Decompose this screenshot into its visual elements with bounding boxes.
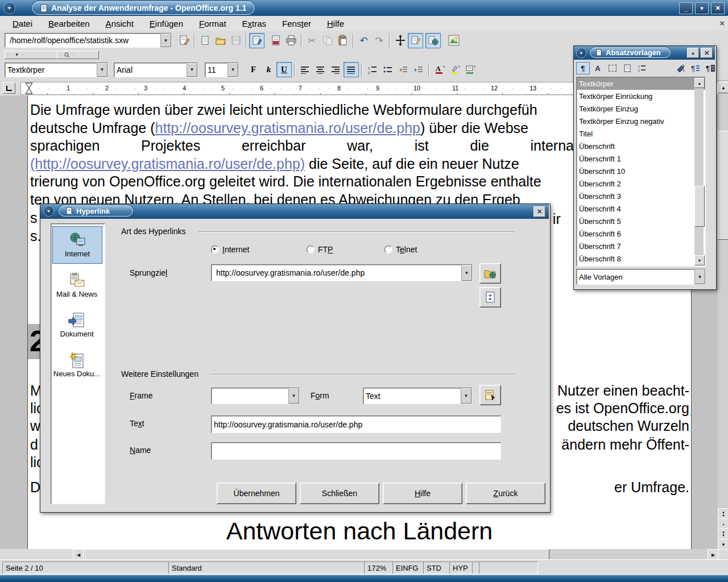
style-list-scrollbar[interactable]: ▲ ▼	[694, 78, 704, 264]
list-scroll-thumb[interactable]	[694, 186, 705, 227]
menu-bearbeiten[interactable]: Bearbeiten	[42, 18, 97, 30]
new-document-button[interactable]	[197, 33, 213, 48]
scroll-left-button[interactable]: ◀	[73, 549, 84, 560]
url-input[interactable]	[7, 35, 158, 46]
collapsed-toolbar-stub-2[interactable]: ∷ ∷	[57, 51, 99, 59]
menu-fenster[interactable]: Fenster	[275, 18, 318, 30]
stylist-dock-button[interactable]: ▲	[687, 48, 699, 58]
status-insert-mode[interactable]: EINFG	[392, 562, 427, 574]
radio-ftp[interactable]: FTP	[307, 245, 333, 254]
numbered-list-button[interactable]: 12	[365, 62, 380, 77]
hyperlink-dialog-button[interactable]	[425, 33, 441, 48]
collapsed-toolbar-stub-1[interactable]: ∷∷ ▼ ∷	[5, 51, 59, 59]
tab-type-selector[interactable]	[3, 82, 15, 94]
vertical-scroll-thumb[interactable]	[718, 131, 728, 240]
filter-dropdown-button[interactable]: ▼	[694, 269, 705, 284]
form-combobox[interactable]: Text ▼	[363, 388, 472, 404]
minimize-button[interactable]: _	[679, 2, 693, 14]
frame-combobox[interactable]: ▼	[211, 388, 300, 404]
bullet-list-button[interactable]	[380, 62, 395, 77]
zurueck-button[interactable]: Zurück	[466, 483, 545, 504]
decrease-indent-button[interactable]	[395, 62, 411, 77]
sidebar-item-dokument[interactable]: Dokument	[52, 307, 101, 343]
style-list-item[interactable]: Textkörper Einrückung	[577, 90, 705, 102]
sidebar-item-mail-news[interactable]: Mail & News	[52, 267, 101, 304]
paragraph-style-combobox[interactable]: Textkörper ▼	[5, 63, 108, 77]
dialog-menu-button[interactable]: ▼	[43, 206, 54, 217]
style-list-item[interactable]: Überschrift 4	[577, 202, 705, 215]
undo-button[interactable]: ↶	[356, 33, 371, 48]
navigation-dot-button[interactable]: •	[718, 518, 728, 530]
hyperlink-text[interactable]: (http://oosurvey.gratismania.ro/user/de.…	[30, 156, 305, 172]
text-fieldbox[interactable]	[211, 415, 501, 433]
sidebar-item-neues-dokument[interactable]: Neues Doku...	[52, 347, 101, 383]
font-name-combobox[interactable]: Arial ▼	[114, 63, 198, 77]
uebernehmen-button[interactable]: Übernehmen	[217, 483, 296, 504]
stylist-titlebar[interactable]: ▼ Absatzvorlagen ▲ ✕	[574, 46, 715, 60]
highlighting-button[interactable]	[447, 62, 462, 77]
status-zoom[interactable]: 172%	[364, 562, 396, 574]
form-events-button[interactable]	[479, 385, 501, 405]
print-button[interactable]	[283, 33, 299, 48]
stylist-menu-button[interactable]: ▼	[576, 48, 586, 58]
italic-button[interactable]: k	[261, 62, 276, 77]
hyperlink-dialog-titlebar[interactable]: ▼ Hyperlink ✕	[40, 204, 549, 219]
target-in-document-button[interactable]	[479, 287, 501, 307]
frame-styles-button[interactable]	[606, 62, 619, 74]
style-list-item[interactable]: Überschrift	[577, 140, 705, 152]
horizontal-scroll-thumb[interactable]	[83, 549, 549, 560]
scroll-right-button[interactable]: ▶	[708, 549, 719, 560]
size-dropdown-button[interactable]: ▼	[228, 63, 238, 77]
window-titlebar[interactable]: ▼ Analyse der Anwenderumfrage - OpenOffi…	[0, 0, 728, 16]
style-list-item[interactable]: Überschrift 1	[577, 152, 705, 165]
sprungziel-input[interactable]	[214, 266, 459, 280]
cut-button[interactable]: ✂	[304, 33, 320, 48]
gallery-button[interactable]	[445, 32, 462, 49]
style-list-item[interactable]: Überschrift 3	[577, 190, 705, 202]
schliessen-button[interactable]: Schließen	[300, 483, 379, 504]
sidebar-item-internet[interactable]: Internet	[52, 226, 102, 264]
menu-einfuegen[interactable]: Einfügen	[143, 18, 190, 30]
list-scroll-down-button[interactable]: ▼	[694, 255, 705, 265]
style-list-item[interactable]: Überschrift 8	[577, 252, 705, 265]
maximize-button[interactable]: ▼	[695, 2, 709, 14]
window-menu-button[interactable]: ▼	[3, 2, 15, 14]
text-input[interactable]	[212, 416, 505, 433]
paragraph-styles-button[interactable]: ¶	[576, 62, 590, 74]
status-selection-mode[interactable]: STD	[423, 562, 453, 574]
numbering-styles-button[interactable]: 12	[635, 62, 649, 74]
hyperlink-text[interactable]: http://oosurvey.gratismania.ro/user/de.p…	[155, 120, 420, 136]
align-left-button[interactable]	[297, 62, 313, 77]
style-list-item[interactable]: Textkörper Einzug	[577, 102, 705, 115]
menu-extras[interactable]: Extras	[235, 18, 274, 30]
font-dropdown-button[interactable]: ▼	[187, 63, 197, 77]
menu-datei[interactable]: Datei	[6, 18, 39, 30]
export-pdf-button[interactable]	[268, 33, 283, 48]
page-styles-button[interactable]	[621, 62, 634, 74]
next-page-button[interactable]: ▼▼	[718, 529, 728, 540]
font-color-button[interactable]: A	[432, 62, 447, 77]
frame-dropdown-button[interactable]: ▼	[288, 388, 299, 404]
stylist-button[interactable]	[408, 33, 423, 48]
menu-hilfe[interactable]: Hilfe	[320, 18, 351, 30]
name-fieldbox[interactable]	[211, 442, 501, 460]
style-dropdown-button[interactable]: ▼	[97, 63, 107, 77]
style-filter-combobox[interactable]: Alle Vorlagen ▼	[576, 269, 706, 285]
form-dropdown-button[interactable]: ▼	[461, 388, 471, 404]
style-list-item[interactable]: Titel	[577, 127, 705, 140]
horizontal-scrollbar[interactable]: ◀ ▶	[73, 549, 718, 559]
save-document-button[interactable]	[228, 33, 243, 48]
scroll-up-button[interactable]: ▲	[718, 82, 728, 93]
update-style-button[interactable]: ¶	[704, 62, 717, 74]
increase-indent-button[interactable]	[411, 62, 426, 77]
menu-format[interactable]: Format	[192, 18, 233, 30]
url-combobox[interactable]: ▼	[5, 33, 172, 48]
style-list-item[interactable]: Überschrift 5	[577, 215, 705, 227]
radio-internet[interactable]: Internet	[211, 245, 249, 254]
browse-web-button[interactable]	[479, 263, 501, 284]
status-page-style[interactable]: Standard	[168, 562, 367, 574]
style-list-item[interactable]: Überschrift 2	[577, 177, 705, 190]
stylist-close-button[interactable]: ✕	[701, 48, 713, 58]
style-list[interactable]: Textkörper Textkörper Einrückung Textkör…	[576, 77, 706, 267]
radio-telnet[interactable]: Telnet	[384, 245, 417, 254]
